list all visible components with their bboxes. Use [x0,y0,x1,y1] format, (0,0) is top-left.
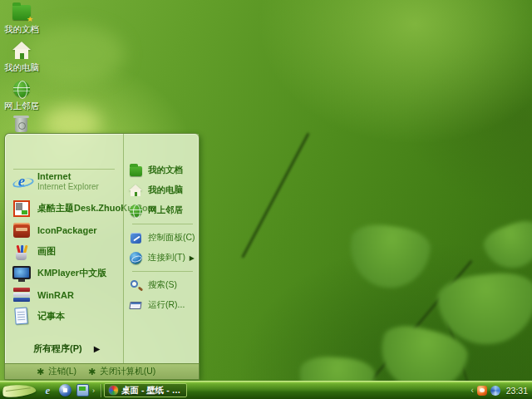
tray-collapse-chevron-icon[interactable]: ‹ [470,386,473,395]
desktop-screen: ★ 我的文档 我的电脑 网上邻居 e [0,0,532,399]
menu-item-label: 记事本 [37,310,65,323]
menu-item-label: 运行(R)... [148,299,185,311]
shutdown-button[interactable]: ✱ 关闭计算机(U) [88,366,155,377]
quick-launch-media-player-icon[interactable] [59,384,71,397]
quick-launch-bar: e › [40,384,98,397]
menu-item-label: 控制面板(C) [148,232,195,244]
search-icon [129,278,143,293]
my-documents-folder-icon: ★ [12,3,32,22]
network-places-globe-icon [12,80,32,98]
my-computer-house-icon [12,42,32,60]
quick-launch-overflow-chevron-icon[interactable]: › [92,387,95,395]
shutdown-label: 关闭计算机(U) [100,366,155,377]
menu-item-iconpackager[interactable]: IconPackager [12,219,120,241]
start-menu-body: e Internet Internet Explorer 桌酷主题Desk.Zh… [5,134,199,363]
house-icon [129,184,143,198]
menu-item-label: 搜索(S) [148,279,177,291]
desktop-icon-my-computer[interactable]: 我的电脑 [2,42,42,74]
start-menu: e Internet Internet Explorer 桌酷主题Desk.Zh… [4,133,200,380]
connect-to-icon [129,251,143,265]
menu-item-label: Internet [37,171,99,181]
start-menu-right-column: 我的文档 我的电脑 网上邻居 控制面板(C) 连接到(T) [123,134,199,363]
menu-item-winrar[interactable]: WinRAR [12,284,120,306]
tray-messenger-icon[interactable] [490,386,500,396]
all-programs-label: 所有程序(P) [33,342,82,355]
menu-separator [132,271,193,272]
menu-item-label: 画图 [37,245,56,258]
log-off-label: 注销(L) [48,366,76,377]
desktop-icon-label: 我的电脑 [4,62,39,74]
system-tray: ‹ 23:31 [470,386,532,396]
control-panel-icon [129,231,143,245]
globe-icon [129,204,143,218]
kmplayer-icon [12,264,32,283]
menu-item-internet[interactable]: e Internet Internet Explorer [12,170,120,198]
menu-item-control-panel[interactable]: 控制面板(C) [129,228,196,248]
zhuoku-theme-icon [12,199,32,219]
quick-launch-internet-explorer-icon[interactable]: e [42,384,54,397]
notepad-icon [12,307,32,327]
menu-item-label: 我的文档 [148,165,183,176]
log-off-button[interactable]: ✱ 注销(L) [37,366,76,377]
iconpackager-icon [12,220,32,240]
menu-item-label: 我的电脑 [148,185,183,196]
shutdown-icon: ✱ [88,367,96,377]
desktop-icon-my-documents[interactable]: ★ 我的文档 [2,3,42,36]
tray-qq-icon[interactable] [477,386,487,396]
run-icon [129,298,143,313]
log-off-icon: ✱ [37,367,44,377]
menu-item-zhuoku-theme[interactable]: 桌酷主题Desk.ZhuoKu.Com [12,198,120,219]
desktop-icon-label: 网上邻居 [4,101,39,112]
wallpaper-leaf [345,221,432,293]
desktop-icon-label: 我的文档 [4,24,39,36]
taskbar: e › 桌面 - 壁纸 - 桌酷... ‹ 23:31 [0,381,532,399]
all-programs-button[interactable]: 所有程序(P) ▶ [12,337,120,360]
menu-item-label: 连接到(T) [148,252,185,264]
start-button[interactable] [0,382,40,399]
internet-explorer-icon: e [12,171,32,191]
leaf-start-icon [2,381,37,399]
all-programs-arrow-icon: ▶ [94,344,101,353]
paint-icon [12,242,32,262]
taskbar-divider [101,384,101,397]
menu-item-my-documents[interactable]: 我的文档 [129,160,196,180]
desktop-icon-recycle-bin[interactable] [2,116,42,135]
task-button-label: 桌面 - 壁纸 - 桌酷... [121,385,182,397]
menu-item-kmplayer[interactable]: KMPlayer中文版 [12,263,120,284]
menu-item-run[interactable]: 运行(R)... [129,295,196,315]
menu-item-label: IconPackager [37,225,97,235]
pinwheel-icon [109,386,118,395]
recycle-bin-icon [12,116,32,135]
menu-item-paint[interactable]: 画图 [12,241,120,263]
taskbar-clock: 23:31 [506,386,528,396]
menu-item-search[interactable]: 搜索(S) [129,275,196,295]
submenu-arrow-icon: ▶ [190,254,195,262]
menu-item-connect-to[interactable]: 连接到(T) ▶ [129,248,196,268]
menu-item-network-places[interactable]: 网上邻居 [129,200,196,220]
menu-item-label: 网上邻居 [148,204,183,216]
quick-launch-show-desktop-icon[interactable] [76,384,89,397]
menu-item-sublabel: Internet Explorer [37,182,99,191]
winrar-icon [12,285,32,305]
menu-separator [132,224,193,224]
desktop-icon-network-places[interactable]: 网上邻居 [2,80,42,112]
wallpaper-stem [241,132,309,259]
menu-item-label: WinRAR [37,290,74,300]
folder-star-icon: ★ [27,15,33,23]
folder-icon [129,164,143,178]
wallpaper-leaf [480,216,532,277]
menu-item-label: KMPlayer中文版 [37,267,106,279]
start-menu-left-column: e Internet Internet Explorer 桌酷主题Desk.Zh… [5,134,123,363]
menu-item-my-computer[interactable]: 我的电脑 [129,180,196,200]
taskbar-task-button[interactable]: 桌面 - 壁纸 - 桌酷... [104,383,187,397]
menu-item-notepad[interactable]: 记事本 [12,306,120,328]
start-menu-footer: ✱ 注销(L) ✱ 关闭计算机(U) [5,363,199,379]
